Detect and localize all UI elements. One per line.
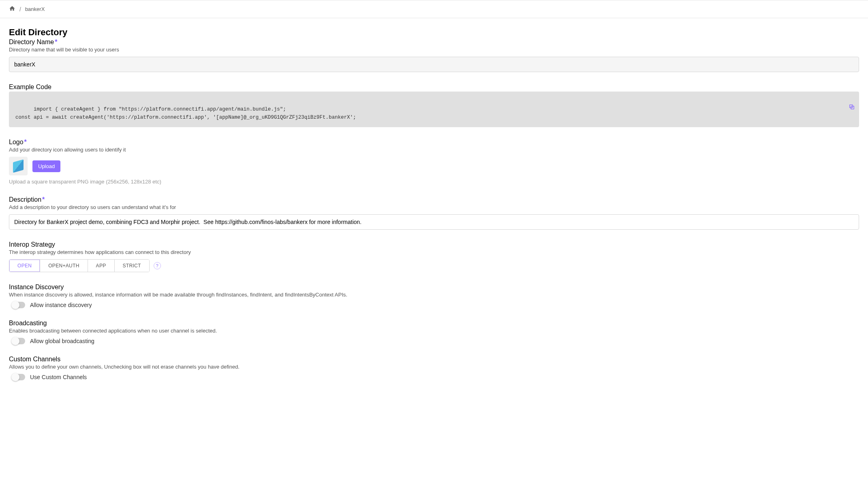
interop-strict[interactable]: STRICT bbox=[115, 260, 149, 272]
broadcasting-label: Broadcasting bbox=[9, 320, 859, 327]
instance-discovery-label: Instance Discovery bbox=[9, 284, 859, 291]
home-icon[interactable] bbox=[9, 5, 15, 13]
help-icon[interactable]: ? bbox=[154, 262, 161, 269]
logo-hint: Upload a square transparent PNG image (2… bbox=[9, 179, 859, 185]
custom-channels-sub: Allows you to define your own channels, … bbox=[9, 364, 859, 370]
logo-thumbnail bbox=[9, 157, 28, 175]
broadcasting-toggle[interactable] bbox=[12, 338, 25, 344]
description-label: Description* bbox=[9, 196, 859, 203]
interop-label: Interop Strategy bbox=[9, 241, 859, 248]
example-code-block: import { createAgent } from "https://pla… bbox=[9, 92, 859, 127]
logo-sub: Add your directory icon allowing users t… bbox=[9, 147, 859, 153]
custom-channels-toggle-label: Use Custom Channels bbox=[30, 374, 87, 380]
breadcrumb-separator: / bbox=[19, 6, 21, 13]
interop-app[interactable]: APP bbox=[88, 260, 115, 272]
logo-label: Logo* bbox=[9, 139, 859, 146]
description-input[interactable] bbox=[9, 214, 859, 230]
broadcasting-toggle-label: Allow global broadcasting bbox=[30, 338, 94, 344]
instance-discovery-toggle-label: Allow instance discovery bbox=[30, 302, 92, 308]
interop-strategy-group: OPEN OPEN+AUTH APP STRICT bbox=[9, 259, 150, 272]
copy-icon[interactable] bbox=[824, 96, 855, 121]
upload-button[interactable]: Upload bbox=[32, 160, 60, 172]
custom-channels-toggle[interactable] bbox=[12, 374, 25, 380]
broadcasting-sub: Enables broadcasting between connected a… bbox=[9, 328, 859, 334]
directory-name-sub: Directory name that will be visible to y… bbox=[9, 47, 859, 53]
instance-discovery-toggle[interactable] bbox=[12, 302, 25, 308]
interop-open-auth[interactable]: OPEN+AUTH bbox=[40, 260, 88, 272]
interop-open[interactable]: OPEN bbox=[9, 260, 40, 272]
breadcrumb-current[interactable]: bankerX bbox=[25, 6, 45, 12]
breadcrumb: / bankerX bbox=[0, 0, 868, 18]
example-code-label: Example Code bbox=[9, 83, 859, 91]
description-sub: Add a description to your directory so u… bbox=[9, 204, 859, 210]
directory-name-label: Directory Name* bbox=[9, 38, 859, 46]
page-title: Edit Directory bbox=[9, 27, 859, 38]
instance-discovery-sub: When instance discovery is allowed, inst… bbox=[9, 292, 859, 298]
interop-sub: The interop strategy determines how appl… bbox=[9, 249, 859, 255]
directory-name-input[interactable] bbox=[9, 57, 859, 72]
custom-channels-label: Custom Channels bbox=[9, 356, 859, 363]
